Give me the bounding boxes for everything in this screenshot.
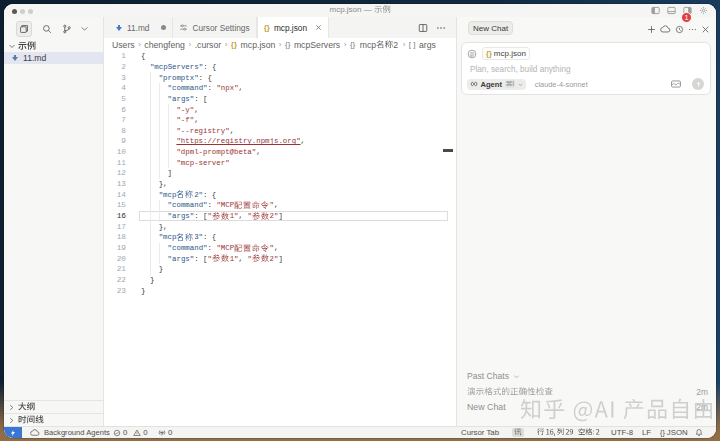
- svg-text:@: @: [469, 50, 474, 56]
